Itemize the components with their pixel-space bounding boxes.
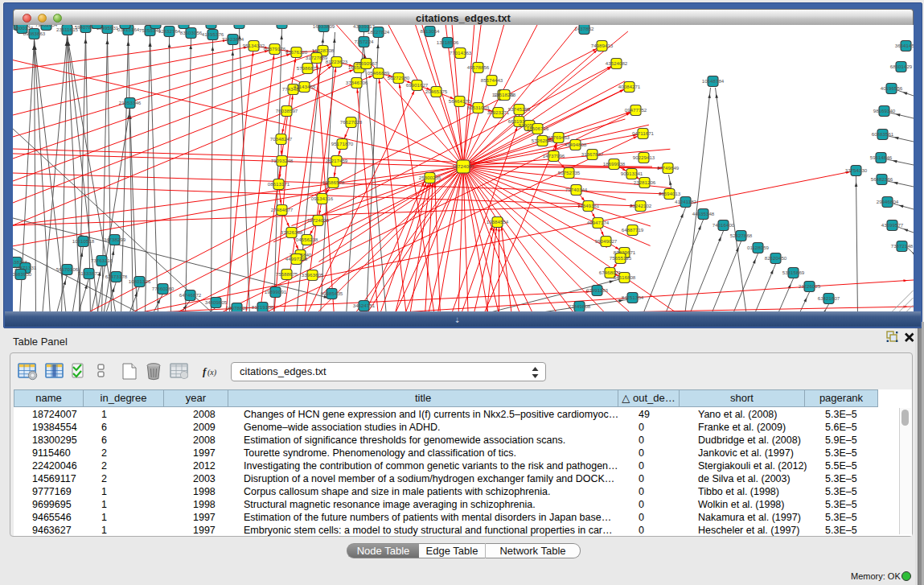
svg-text:74989413: 74989413	[591, 43, 614, 48]
svg-text:34309805: 34309805	[205, 299, 228, 305]
svg-text:18506716: 18506716	[527, 126, 549, 131]
svg-text:37826398: 37826398	[281, 229, 303, 235]
svg-text:13218506: 13218506	[437, 39, 459, 45]
svg-text:76627028: 76627028	[340, 119, 363, 125]
svg-text:69985435: 69985435	[321, 290, 343, 296]
svg-text:81223623: 81223623	[326, 59, 348, 64]
svg-text:26217459: 26217459	[326, 158, 348, 163]
svg-text:18724007: 18724007	[452, 163, 474, 169]
svg-text:74016400: 74016400	[713, 222, 735, 228]
svg-text:54516808: 54516808	[614, 274, 636, 280]
svg-text:36690967: 36690967	[355, 60, 378, 66]
svg-text:(x): (x)	[207, 368, 217, 377]
svg-text:43699577: 43699577	[881, 222, 904, 228]
svg-text:36541458: 36541458	[895, 43, 914, 48]
svg-text:44935348: 44935348	[692, 211, 715, 216]
svg-text:56464170: 56464170	[449, 98, 471, 104]
svg-text:8813054: 8813054	[420, 28, 440, 34]
svg-text:31367837: 31367837	[581, 151, 604, 157]
svg-text:18227824: 18227824	[368, 29, 390, 35]
svg-text:50983930: 50983930	[13, 271, 32, 277]
svg-text:16033809: 16033809	[313, 25, 335, 29]
svg-text:99049027: 99049027	[595, 238, 618, 244]
svg-text:18699938: 18699938	[603, 161, 626, 167]
svg-text:85574443: 85574443	[481, 77, 503, 83]
svg-text:19399091: 19399091	[265, 289, 287, 295]
svg-text:27849808: 27849808	[569, 303, 591, 309]
svg-text:76038597: 76038597	[276, 108, 298, 113]
svg-text:08613171: 08613171	[268, 181, 290, 187]
svg-text:84251354: 84251354	[622, 295, 644, 300]
svg-text:73763116: 73763116	[91, 257, 113, 263]
svg-text:90913341: 90913341	[621, 171, 643, 176]
svg-text:71093248: 71093248	[271, 158, 294, 163]
svg-text:81219136: 81219136	[252, 304, 274, 310]
svg-text:79740344: 79740344	[565, 187, 588, 192]
svg-text:87769453: 87769453	[548, 134, 570, 140]
svg-text:00978820: 00978820	[226, 305, 248, 311]
svg-text:80531003: 80531003	[467, 105, 490, 110]
svg-text:44997278: 44997278	[285, 256, 308, 262]
svg-text:27484677: 27484677	[271, 207, 294, 212]
svg-text:34738299: 34738299	[104, 237, 126, 242]
svg-text:23281206: 23281206	[634, 179, 656, 185]
svg-text:53315869: 53315869	[782, 270, 805, 275]
svg-text:75655125: 75655125	[610, 255, 632, 261]
svg-text:83503056: 83503056	[180, 30, 203, 35]
svg-text:63421607: 63421607	[818, 295, 840, 301]
svg-text:14737996: 14737996	[543, 153, 565, 159]
svg-text:50752735: 50752735	[558, 170, 581, 175]
svg-text:09134316: 09134316	[311, 196, 334, 201]
svg-text:29946804: 29946804	[877, 199, 899, 204]
svg-text:93745299: 93745299	[508, 106, 531, 112]
svg-text:72423884: 72423884	[222, 36, 244, 42]
svg-text:10801326: 10801326	[129, 278, 151, 284]
svg-text:77360260: 77360260	[152, 286, 175, 291]
svg-text:69901627: 69901627	[406, 82, 429, 88]
svg-text:10310518: 10310518	[72, 238, 95, 244]
svg-text:09477752: 09477752	[625, 107, 647, 113]
svg-text:33963605: 33963605	[302, 272, 324, 278]
svg-text:00379176: 00379176	[264, 46, 286, 51]
svg-text:19384554: 19384554	[487, 219, 509, 225]
svg-text:04556238: 04556238	[296, 237, 318, 242]
svg-text:59514846: 59514846	[870, 154, 893, 160]
svg-text:27048281: 27048281	[200, 25, 223, 26]
svg-text:64746872: 64746872	[179, 292, 202, 298]
svg-text:71012269: 71012269	[114, 25, 137, 26]
svg-text:07991183: 07991183	[586, 287, 609, 293]
svg-text:7357224: 7357224	[354, 39, 374, 44]
svg-text:75588675: 75588675	[276, 271, 298, 277]
svg-text:92832764: 92832764	[158, 28, 181, 34]
svg-text:01845146: 01845146	[173, 25, 195, 26]
svg-text:64887719: 64887719	[622, 227, 644, 233]
svg-text:49947174: 49947174	[587, 220, 610, 225]
svg-text:06594013: 06594013	[659, 191, 681, 196]
svg-text:20465375: 20465375	[425, 89, 448, 94]
svg-text:31727889: 31727889	[306, 55, 328, 60]
svg-text:2437852: 2437852	[574, 26, 594, 31]
svg-text:56670106: 56670106	[56, 266, 79, 272]
svg-text:70348247: 70348247	[270, 136, 293, 142]
svg-text:30923271: 30923271	[487, 109, 510, 115]
svg-text:98169340: 98169340	[873, 108, 896, 113]
svg-text:40196556: 40196556	[881, 85, 903, 91]
svg-text:52427868: 52427868	[730, 233, 753, 238]
svg-text:95171870: 95171870	[331, 141, 354, 146]
svg-text:40084271: 40084271	[618, 84, 641, 89]
svg-text:41395376: 41395376	[202, 31, 224, 37]
svg-text:10648784: 10648784	[702, 78, 725, 84]
svg-text:51333872: 51333872	[78, 270, 101, 276]
svg-text:79402654: 79402654	[35, 25, 58, 27]
svg-text:93676320: 93676320	[285, 49, 308, 55]
svg-text:95134332: 95134332	[243, 43, 265, 48]
svg-text:49578856: 49578856	[467, 64, 490, 70]
svg-text:04711671: 04711671	[632, 130, 655, 136]
svg-text:47143455: 47143455	[294, 84, 316, 89]
svg-text:48932528: 48932528	[228, 25, 251, 26]
svg-text:80957015: 80957015	[271, 25, 294, 26]
svg-text:96965328: 96965328	[86, 25, 109, 26]
svg-text:21053346: 21053346	[119, 100, 142, 105]
svg-text:57986872: 57986872	[297, 65, 319, 71]
svg-text:45494808: 45494808	[565, 142, 587, 147]
